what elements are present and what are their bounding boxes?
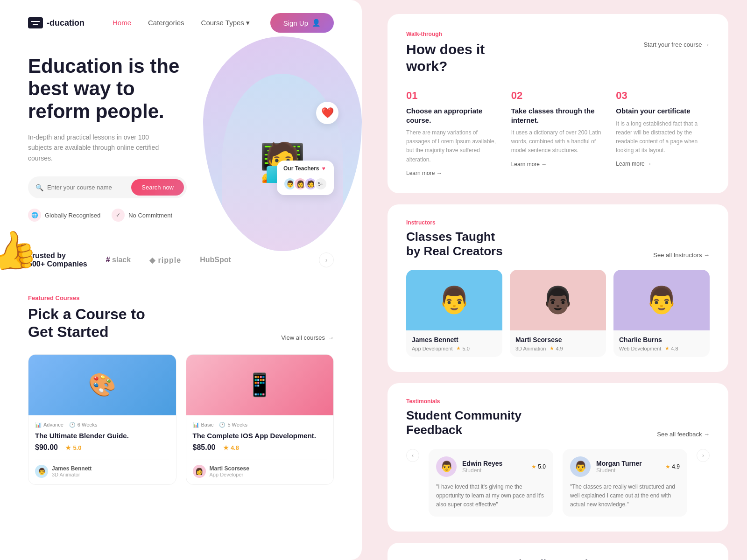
instructor-card-1: 👨 James Bennett App Development ★ 5.0 (406, 270, 502, 357)
testimonial-avatar-2: 👨 (570, 456, 591, 477)
nav-links: Home Catergories Course Types (113, 19, 250, 27)
instructors-header: Classes Taughtby Real Creators See all I… (406, 230, 710, 259)
step-num-2: 02 (511, 90, 605, 102)
instructor-rating-2: ★ 4.9 (550, 345, 563, 351)
nav-link-categories[interactable]: Catergories (148, 19, 184, 27)
instructor-meta-3: Web Development ★ 4.8 (619, 345, 704, 351)
step-num-1: 01 (406, 90, 500, 102)
testimonial-person-1: Edwin Reyes Student (462, 460, 502, 474)
view-all-link[interactable]: View all courses → (281, 334, 334, 341)
testimonial-name-2: Morgan Turner (596, 460, 642, 467)
navbar: -ducation Home Catergories Course Types … (0, 0, 362, 46)
heart-icon: ♥ (322, 165, 325, 172)
step-2: 02 Take classes through the internet. It… (511, 90, 605, 176)
learn-more-2[interactable]: Learn more → (511, 161, 605, 168)
testimonial-quote-1: "I have loved that it's giving me the op… (436, 483, 546, 510)
badge-globally-label: Globally Recognised (45, 212, 100, 219)
step-title-2: Take classes through the internet. (511, 106, 605, 125)
step-title-3: Obtain your certificate (616, 106, 710, 116)
nav-item-categories[interactable]: Catergories (148, 19, 184, 27)
instructor-photo-1: 👨 (406, 270, 502, 330)
see-all-instructors[interactable]: See all Instructors → (653, 252, 710, 259)
testimonials-label: Testimonials (406, 398, 710, 405)
instructor-name-3: Charlie Burns (619, 336, 704, 343)
company-logos: slack ◆ ripple HubSpot (106, 256, 231, 265)
arrow-icon: → (328, 334, 334, 341)
instructor-photo-3: 👨 (613, 270, 710, 330)
logo-icon (28, 17, 43, 28)
search-button[interactable]: Search now (131, 179, 184, 196)
nav-link-course-types[interactable]: Course Types (201, 19, 250, 27)
nav-item-course-types[interactable]: Course Types (201, 19, 250, 27)
testimonials-next[interactable]: › (697, 449, 710, 462)
step-3: 03 Obtain your certificate It is a long … (616, 90, 710, 176)
see-all-feedback[interactable]: See all feedback → (657, 431, 710, 438)
testimonial-quote-2: "The classes are really well structured … (570, 483, 680, 510)
search-bar: 🔍 Search now (28, 176, 187, 198)
badge-globally: 🌐 Globally Recognised (28, 209, 100, 222)
instructor-specialty-2: 3D Animation (515, 346, 546, 351)
featured-header: Pick a Course toGet Started View all cou… (28, 305, 334, 341)
testimonial-person-2: Morgan Turner Student (596, 460, 642, 474)
star-icon-3: ★ (456, 345, 461, 351)
hero-text: Education is the best way to reform peop… (28, 55, 196, 222)
testimonials-grid: ‹ 👨 Edwin Reyes Student ★ 5.0 "I have lo… (406, 449, 710, 517)
trusted-section: Trusted by600+ Companies slack ◆ ripple … (0, 242, 362, 278)
badge-commitment-label: No Commitment (128, 212, 172, 219)
testimonial-name-1: Edwin Reyes (462, 460, 502, 467)
heart-float: ❤️ (316, 102, 338, 124)
star-icon-4: ★ (550, 345, 554, 351)
search-input[interactable] (47, 184, 131, 191)
instructor-avatar-2: 👩 (193, 465, 206, 478)
featured-label: Featured Courses (28, 294, 334, 301)
step-title-1: Choose an appropriate course. (406, 106, 500, 125)
nav-item-home[interactable]: Home (113, 19, 131, 27)
teachers-card: Our Teachers ♥ 👨 👩 🧑 5+ (277, 161, 334, 195)
testimonials-prev[interactable]: ‹ (406, 449, 419, 462)
testimonials-header: Student CommunityFeedback See all feedba… (406, 408, 710, 437)
instructors-section: Instructors Classes Taughtby Real Creato… (388, 204, 728, 372)
hubspot-logo: HubSpot (200, 256, 231, 264)
instructor-specialty-3: Web Development (619, 346, 661, 351)
course-instructor-2: 👩 Marti Scorsese App Developer (193, 460, 327, 478)
badge-commitment: ✓ No Commitment (112, 209, 172, 222)
hero-section: Education is the best way to reform peop… (0, 46, 362, 242)
signup-button[interactable]: Sign Up 👤 (270, 13, 334, 33)
featured-title: Pick a Course toGet Started (28, 305, 145, 341)
hero-badges: 🌐 Globally Recognised ✓ No Commitment (28, 209, 196, 222)
course-card-1: 🎨 📊 Advance 🕐 6 Weeks The Ultimate Blend… (28, 354, 176, 485)
subscribe-title: Subscribe Newsletter (406, 558, 710, 560)
learn-more-3[interactable]: Learn more → (616, 161, 710, 167)
instructor-info-2: Marti Scorsese 3D Animation ★ 4.9 (510, 330, 606, 357)
instructor-card-3: 👨 Charlie Burns Web Development ★ 4.8 (613, 270, 710, 357)
instructor-specialty-1: App Development (412, 346, 452, 351)
how-header: How does itwork? Start your free course … (406, 41, 710, 75)
star-icon-2: ★ (223, 444, 229, 451)
testimonials-title: Student CommunityFeedback (406, 408, 521, 437)
learn-more-1[interactable]: Learn more → (406, 170, 500, 176)
instructors-grid: 👨 James Bennett App Development ★ 5.0 👨🏿 (406, 270, 710, 357)
teacher-count: 5+ (314, 177, 327, 190)
testimonial-role-2: Student (596, 467, 642, 474)
scroll-right-button[interactable]: › (319, 252, 334, 267)
trusted-content: Trusted by600+ Companies slack ◆ ripple … (28, 252, 334, 268)
featured-section: Featured Courses Pick a Course toGet Sta… (0, 278, 362, 485)
course-meta-1: 📊 Advance 🕐 6 Weeks (35, 422, 169, 428)
start-link[interactable]: Start your free course → (643, 41, 710, 48)
instructors-title: Classes Taughtby Real Creators (406, 230, 503, 259)
step-desc-2: It uses a dictionary of over 200 Latin w… (511, 128, 605, 155)
star-icon: ★ (65, 444, 71, 451)
globe-icon: 🌐 (28, 209, 41, 222)
nav-link-home[interactable]: Home (113, 19, 131, 27)
teachers-card-label: Our Teachers (283, 165, 319, 172)
testimonial-card-1: 👨 Edwin Reyes Student ★ 5.0 "I have love… (429, 449, 553, 517)
instructor-card-2: 👨🏿 Marti Scorsese 3D Animation ★ 4.9 (510, 270, 606, 357)
star-icon-5: ★ (665, 345, 669, 351)
instructor-details-1: James Bennett 3D Animator (52, 465, 92, 477)
search-icon: 🔍 (35, 184, 43, 191)
instructor-photo-2: 👨🏿 (510, 270, 606, 330)
step-desc-1: There are many variations of passages of… (406, 128, 500, 164)
step-desc-3: It is a long established fact that a rea… (616, 119, 710, 155)
course-name-2: The Complete IOS App Development. (193, 432, 327, 440)
course-cards: 🎨 📊 Advance 🕐 6 Weeks The Ultimate Blend… (28, 354, 334, 485)
